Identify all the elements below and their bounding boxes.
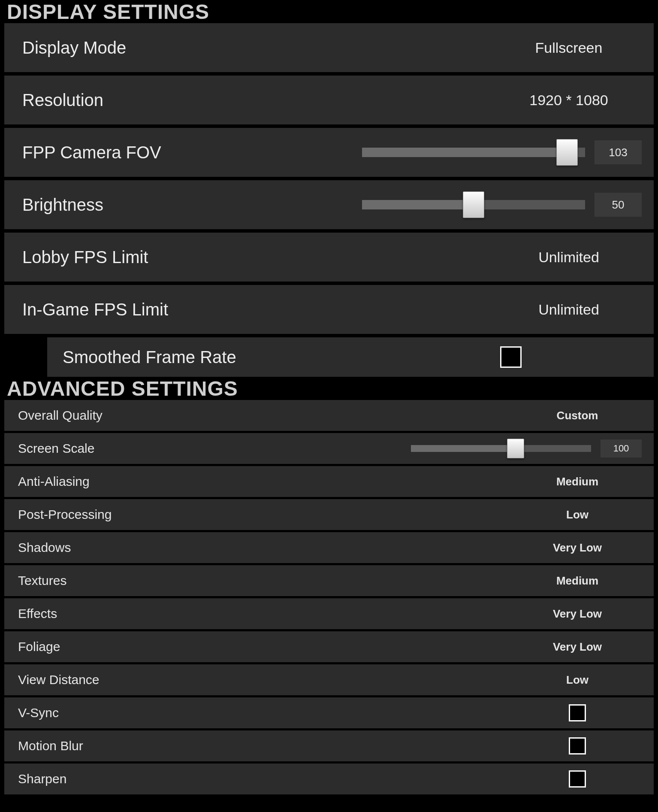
label-ingame-fps: In-Game FPS Limit xyxy=(22,300,168,319)
row-overall-quality[interactable]: Overall Quality Custom xyxy=(4,400,654,433)
display-settings-header: Display Settings xyxy=(0,0,658,23)
row-shadows[interactable]: Shadows Very Low xyxy=(4,532,654,565)
label-effects: Effects xyxy=(18,606,57,621)
label-shadows: Shadows xyxy=(18,540,71,555)
row-textures[interactable]: Textures Medium xyxy=(4,565,654,598)
value-view-distance: Low xyxy=(513,673,642,687)
slider-brightness[interactable] xyxy=(362,195,585,214)
label-post-processing: Post-Processing xyxy=(18,507,112,522)
label-anti-aliasing: Anti-Aliasing xyxy=(18,474,90,489)
checkbox-motion-blur[interactable] xyxy=(569,737,586,754)
row-sharpen[interactable]: Sharpen xyxy=(4,764,654,794)
label-overall-quality: Overall Quality xyxy=(18,408,103,423)
checkbox-smoothed-frame-rate[interactable] xyxy=(500,346,522,368)
slider-screen-scale[interactable] xyxy=(411,439,591,458)
row-lobby-fps[interactable]: Lobby FPS Limit Unlimited xyxy=(4,233,654,285)
label-brightness: Brightness xyxy=(22,195,103,215)
label-resolution: Resolution xyxy=(22,91,103,110)
slider-handle[interactable] xyxy=(463,191,484,218)
row-display-mode[interactable]: Display Mode Fullscreen xyxy=(4,23,654,76)
slider-handle[interactable] xyxy=(556,139,578,166)
label-foliage: Foliage xyxy=(18,639,60,654)
label-lobby-fps: Lobby FPS Limit xyxy=(22,248,148,267)
label-sharpen: Sharpen xyxy=(18,772,66,786)
label-screen-scale: Screen Scale xyxy=(18,441,94,456)
value-display-mode: Fullscreen xyxy=(496,39,642,56)
checkbox-sharpen[interactable] xyxy=(569,770,586,788)
slider-fpp-fov[interactable] xyxy=(362,143,585,162)
slider-handle[interactable] xyxy=(507,439,524,458)
checkbox-vsync[interactable] xyxy=(569,704,586,721)
row-effects[interactable]: Effects Very Low xyxy=(4,598,654,631)
row-smoothed-frame-rate[interactable]: Smoothed Frame Rate xyxy=(47,337,654,377)
value-resolution: 1920 * 1080 xyxy=(496,92,642,109)
row-view-distance[interactable]: View Distance Low xyxy=(4,664,654,697)
row-post-processing[interactable]: Post-Processing Low xyxy=(4,499,654,532)
row-brightness[interactable]: Brightness 50 xyxy=(4,180,654,233)
value-overall-quality: Custom xyxy=(513,409,642,422)
value-post-processing: Low xyxy=(513,508,642,521)
value-lobby-fps: Unlimited xyxy=(496,249,642,266)
value-textures: Medium xyxy=(513,574,642,588)
row-fpp-fov[interactable]: FPP Camera FOV 103 xyxy=(4,128,654,180)
label-fpp-fov: FPP Camera FOV xyxy=(22,143,161,162)
row-vsync[interactable]: V-Sync xyxy=(4,697,654,730)
value-anti-aliasing: Medium xyxy=(513,475,642,488)
row-screen-scale[interactable]: Screen Scale 100 xyxy=(4,433,654,466)
label-motion-blur: Motion Blur xyxy=(18,739,83,753)
label-display-mode: Display Mode xyxy=(22,38,126,58)
row-anti-aliasing[interactable]: Anti-Aliasing Medium xyxy=(4,466,654,499)
value-ingame-fps: Unlimited xyxy=(496,301,642,318)
value-fpp-fov: 103 xyxy=(595,140,642,164)
value-effects: Very Low xyxy=(513,607,642,621)
value-shadows: Very Low xyxy=(513,541,642,554)
row-resolution[interactable]: Resolution 1920 * 1080 xyxy=(4,76,654,128)
value-foliage: Very Low xyxy=(513,640,642,654)
row-foliage[interactable]: Foliage Very Low xyxy=(4,631,654,664)
value-screen-scale: 100 xyxy=(601,439,642,458)
label-textures: Textures xyxy=(18,573,66,588)
label-smoothed-frame-rate: Smoothed Frame Rate xyxy=(63,348,236,367)
row-ingame-fps[interactable]: In-Game FPS Limit Unlimited xyxy=(4,285,654,337)
value-brightness: 50 xyxy=(595,193,642,217)
label-view-distance: View Distance xyxy=(18,673,100,687)
label-vsync: V-Sync xyxy=(18,706,59,720)
advanced-settings-header: Advanced Settings xyxy=(0,377,658,400)
row-motion-blur[interactable]: Motion Blur xyxy=(4,730,654,764)
